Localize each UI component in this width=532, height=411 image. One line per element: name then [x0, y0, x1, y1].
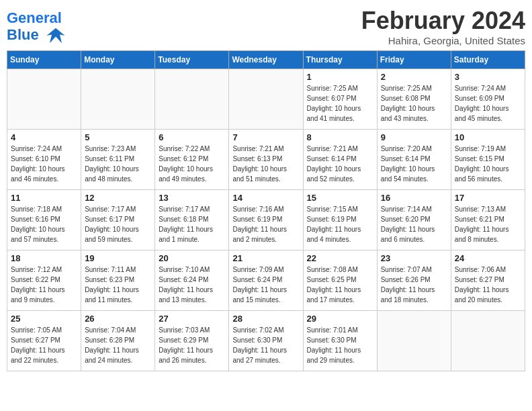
day-number: 26 [85, 314, 151, 324]
calendar-cell: 12Sunrise: 7:17 AM Sunset: 6:17 PM Dayli… [81, 190, 155, 250]
cell-info: Sunrise: 7:17 AM Sunset: 6:18 PM Dayligh… [159, 204, 225, 244]
calendar-cell: 16Sunrise: 7:14 AM Sunset: 6:20 PM Dayli… [377, 190, 451, 250]
column-header-saturday: Saturday [451, 51, 525, 69]
column-header-wednesday: Wednesday [229, 51, 303, 69]
day-number: 21 [232, 253, 299, 263]
week-row-2: 4Sunrise: 7:24 AM Sunset: 6:10 PM Daylig… [7, 130, 525, 190]
day-number: 9 [381, 132, 447, 142]
cell-info: Sunrise: 7:16 AM Sunset: 6:19 PM Dayligh… [232, 204, 299, 244]
cell-info: Sunrise: 7:07 AM Sunset: 6:26 PM Dayligh… [381, 265, 447, 305]
day-number: 17 [455, 193, 521, 203]
cell-info: Sunrise: 7:15 AM Sunset: 6:19 PM Dayligh… [307, 204, 373, 244]
cell-info: Sunrise: 7:10 AM Sunset: 6:24 PM Dayligh… [159, 265, 225, 305]
column-header-monday: Monday [81, 51, 155, 69]
calendar-cell [377, 311, 451, 371]
calendar-cell: 20Sunrise: 7:10 AM Sunset: 6:24 PM Dayli… [155, 250, 229, 311]
column-header-tuesday: Tuesday [155, 51, 229, 69]
svg-marker-0 [46, 28, 64, 44]
calendar-cell: 17Sunrise: 7:13 AM Sunset: 6:21 PM Dayli… [451, 190, 525, 250]
day-number: 7 [232, 132, 299, 142]
cell-info: Sunrise: 7:03 AM Sunset: 6:29 PM Dayligh… [159, 325, 225, 365]
calendar-cell: 25Sunrise: 7:05 AM Sunset: 6:27 PM Dayli… [7, 311, 81, 371]
calendar-cell: 9Sunrise: 7:20 AM Sunset: 6:14 PM Daylig… [377, 130, 451, 190]
day-number: 27 [159, 314, 225, 324]
logo-bird-icon [46, 26, 66, 46]
day-number: 24 [455, 253, 521, 263]
calendar-cell: 8Sunrise: 7:21 AM Sunset: 6:14 PM Daylig… [303, 130, 377, 190]
cell-info: Sunrise: 7:11 AM Sunset: 6:23 PM Dayligh… [85, 265, 151, 305]
calendar-cell: 24Sunrise: 7:06 AM Sunset: 6:27 PM Dayli… [451, 250, 525, 311]
logo-text-line1: General [7, 11, 66, 26]
cell-info: Sunrise: 7:05 AM Sunset: 6:27 PM Dayligh… [11, 325, 77, 365]
day-number: 10 [455, 132, 521, 142]
day-number: 13 [159, 193, 225, 203]
cell-info: Sunrise: 7:24 AM Sunset: 6:10 PM Dayligh… [11, 144, 77, 184]
day-number: 14 [232, 193, 299, 203]
cell-info: Sunrise: 7:22 AM Sunset: 6:12 PM Dayligh… [159, 144, 225, 184]
calendar-table: SundayMondayTuesdayWednesdayThursdayFrid… [7, 50, 525, 371]
cell-info: Sunrise: 7:12 AM Sunset: 6:22 PM Dayligh… [11, 265, 77, 305]
calendar-cell [81, 69, 155, 130]
day-number: 16 [381, 193, 447, 203]
calendar-cell: 27Sunrise: 7:03 AM Sunset: 6:29 PM Dayli… [155, 311, 229, 371]
calendar-cell: 7Sunrise: 7:21 AM Sunset: 6:13 PM Daylig… [229, 130, 303, 190]
calendar-cell: 10Sunrise: 7:19 AM Sunset: 6:15 PM Dayli… [451, 130, 525, 190]
calendar-cell: 15Sunrise: 7:15 AM Sunset: 6:19 PM Dayli… [303, 190, 377, 250]
cell-info: Sunrise: 7:04 AM Sunset: 6:28 PM Dayligh… [85, 325, 151, 365]
calendar-cell: 19Sunrise: 7:11 AM Sunset: 6:23 PM Dayli… [81, 250, 155, 311]
cell-info: Sunrise: 7:01 AM Sunset: 6:30 PM Dayligh… [307, 325, 373, 365]
day-number: 25 [11, 314, 77, 324]
column-header-thursday: Thursday [303, 51, 377, 69]
day-number: 4 [11, 132, 77, 142]
day-number: 28 [232, 314, 299, 324]
calendar-cell: 22Sunrise: 7:08 AM Sunset: 6:25 PM Dayli… [303, 250, 377, 311]
day-number: 22 [307, 253, 373, 263]
calendar-cell [451, 311, 525, 371]
logo-text-line2: Blue [7, 26, 66, 46]
week-row-5: 25Sunrise: 7:05 AM Sunset: 6:27 PM Dayli… [7, 311, 525, 371]
day-number: 19 [85, 253, 151, 263]
column-header-sunday: Sunday [7, 51, 81, 69]
cell-info: Sunrise: 7:24 AM Sunset: 6:09 PM Dayligh… [455, 83, 521, 124]
calendar-cell: 26Sunrise: 7:04 AM Sunset: 6:28 PM Dayli… [81, 311, 155, 371]
cell-info: Sunrise: 7:21 AM Sunset: 6:13 PM Dayligh… [232, 144, 299, 184]
calendar-cell: 5Sunrise: 7:23 AM Sunset: 6:11 PM Daylig… [81, 130, 155, 190]
cell-info: Sunrise: 7:17 AM Sunset: 6:17 PM Dayligh… [85, 204, 151, 244]
cell-info: Sunrise: 7:20 AM Sunset: 6:14 PM Dayligh… [381, 144, 447, 184]
calendar-cell: 14Sunrise: 7:16 AM Sunset: 6:19 PM Dayli… [229, 190, 303, 250]
day-number: 8 [307, 132, 373, 142]
page-header: General Blue February 2024 Hahira, Georg… [7, 7, 525, 46]
day-number: 6 [159, 132, 225, 142]
calendar-cell: 6Sunrise: 7:22 AM Sunset: 6:12 PM Daylig… [155, 130, 229, 190]
calendar-cell: 1Sunrise: 7:25 AM Sunset: 6:07 PM Daylig… [303, 69, 377, 130]
cell-info: Sunrise: 7:18 AM Sunset: 6:16 PM Dayligh… [11, 204, 77, 244]
calendar-cell: 28Sunrise: 7:02 AM Sunset: 6:30 PM Dayli… [229, 311, 303, 371]
week-row-4: 18Sunrise: 7:12 AM Sunset: 6:22 PM Dayli… [7, 250, 525, 311]
cell-info: Sunrise: 7:06 AM Sunset: 6:27 PM Dayligh… [455, 265, 521, 305]
day-number: 15 [307, 193, 373, 203]
cell-info: Sunrise: 7:25 AM Sunset: 6:07 PM Dayligh… [307, 83, 373, 124]
calendar-header-row: SundayMondayTuesdayWednesdayThursdayFrid… [7, 51, 525, 69]
cell-info: Sunrise: 7:02 AM Sunset: 6:30 PM Dayligh… [232, 325, 299, 365]
calendar-cell: 21Sunrise: 7:09 AM Sunset: 6:24 PM Dayli… [229, 250, 303, 311]
calendar-cell [7, 69, 81, 130]
day-number: 5 [85, 132, 151, 142]
cell-info: Sunrise: 7:21 AM Sunset: 6:14 PM Dayligh… [307, 144, 373, 184]
calendar-cell: 18Sunrise: 7:12 AM Sunset: 6:22 PM Dayli… [7, 250, 81, 311]
week-row-1: 1Sunrise: 7:25 AM Sunset: 6:07 PM Daylig… [7, 69, 525, 130]
day-number: 2 [381, 72, 447, 82]
calendar-cell: 23Sunrise: 7:07 AM Sunset: 6:26 PM Dayli… [377, 250, 451, 311]
cell-info: Sunrise: 7:08 AM Sunset: 6:25 PM Dayligh… [307, 265, 373, 305]
calendar-cell: 3Sunrise: 7:24 AM Sunset: 6:09 PM Daylig… [451, 69, 525, 130]
day-number: 29 [307, 314, 373, 324]
day-number: 23 [381, 253, 447, 263]
cell-info: Sunrise: 7:23 AM Sunset: 6:11 PM Dayligh… [85, 144, 151, 184]
day-number: 11 [11, 193, 77, 203]
month-title: February 2024 [361, 7, 525, 35]
calendar-cell: 29Sunrise: 7:01 AM Sunset: 6:30 PM Dayli… [303, 311, 377, 371]
calendar-cell [155, 69, 229, 130]
calendar-cell: 11Sunrise: 7:18 AM Sunset: 6:16 PM Dayli… [7, 190, 81, 250]
title-block: February 2024 Hahira, Georgia, United St… [361, 7, 525, 46]
calendar-cell: 13Sunrise: 7:17 AM Sunset: 6:18 PM Dayli… [155, 190, 229, 250]
calendar-cell: 4Sunrise: 7:24 AM Sunset: 6:10 PM Daylig… [7, 130, 81, 190]
